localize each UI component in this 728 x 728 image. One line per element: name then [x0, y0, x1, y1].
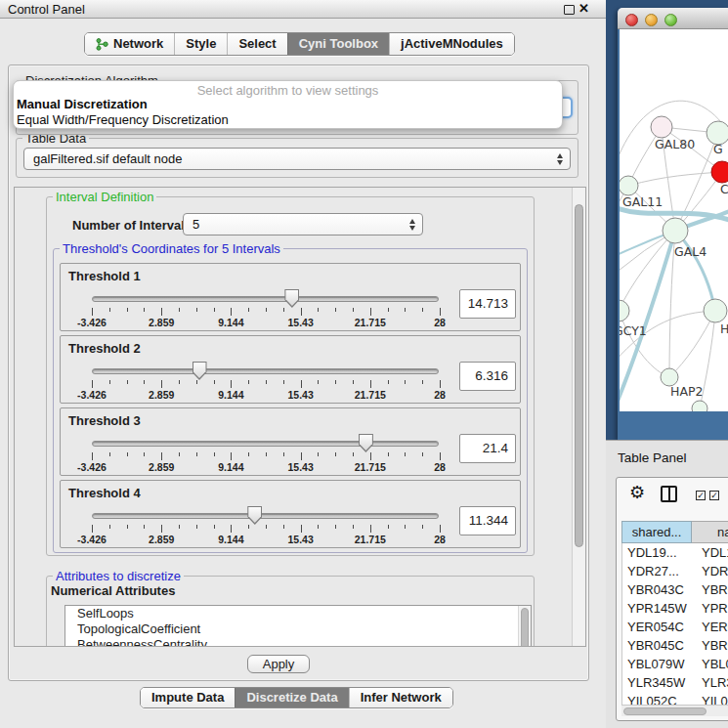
tick-mark: [422, 525, 423, 529]
attribute-list-item[interactable]: BetweennessCentrality: [65, 637, 531, 647]
gear-icon[interactable]: ⚙: [629, 484, 645, 501]
node-right-mid[interactable]: [704, 299, 727, 322]
slider-track[interactable]: [92, 513, 439, 519]
table-row[interactable]: YDL19...YDL1: [622, 543, 728, 562]
node-gal80[interactable]: [651, 116, 672, 138]
table-hscrollbar[interactable]: [621, 705, 728, 716]
node-gal4[interactable]: [663, 218, 688, 243]
table-row[interactable]: YBR045CYBR0: [622, 636, 728, 655]
table-row[interactable]: YER054CYER0: [622, 618, 728, 636]
slider-tick-labels: -3.4262.8599.14415.4321.71528: [92, 389, 440, 401]
thresholds-group: Threshold's Coordinates for 5 Intervals …: [53, 248, 528, 553]
algorithm-option-equal-width[interactable]: Equal Width/Frequency Discretization: [14, 112, 562, 128]
slider-thumb[interactable]: [193, 362, 207, 380]
table-hscrollbar-thumb[interactable]: [623, 707, 707, 715]
close-icon[interactable]: ✕: [578, 1, 589, 16]
table-cell[interactable]: YIL052C: [622, 692, 693, 705]
table-cell[interactable]: YBR0: [693, 580, 728, 599]
table-cell[interactable]: YBL079W: [622, 655, 693, 673]
zoom-traffic-light[interactable]: [664, 14, 677, 26]
algorithm-option-manual[interactable]: Manual Discretization: [14, 97, 562, 112]
num-intervals-combobox[interactable]: 5: [183, 213, 423, 236]
threshold-value-field[interactable]: 11.344: [459, 506, 516, 535]
node-bottom-partial[interactable]: [692, 401, 707, 411]
node-gcy1[interactable]: [620, 300, 629, 321]
table-cell[interactable]: YPR145W: [622, 599, 693, 618]
table-cell[interactable]: YLR3: [693, 673, 728, 692]
tab-discretize-data-label: Discretize Data: [246, 688, 337, 707]
table-row[interactable]: YPR145WYPR1: [622, 599, 728, 618]
tick-label: -3.426: [77, 461, 107, 473]
network-nodes[interactable]: [620, 116, 728, 411]
column-header-name[interactable]: na: [692, 521, 728, 543]
table-cell[interactable]: YBR0: [693, 636, 728, 655]
table-cell[interactable]: YDR27...: [622, 562, 693, 580]
slider-thumb[interactable]: [359, 434, 373, 452]
tick-mark: [318, 525, 319, 529]
table-cell[interactable]: YBR045C: [622, 636, 693, 655]
tick-mark: [214, 380, 215, 384]
tab-infer-network[interactable]: Infer Network: [349, 688, 452, 707]
tab-discretize-data[interactable]: Discretize Data: [235, 688, 348, 707]
combo-stepper-icon: [409, 219, 415, 231]
table-cell[interactable]: YIL0: [693, 692, 728, 705]
node-highlighted-red[interactable]: [711, 161, 728, 183]
network-window[interactable]: GAL80 G C GAL11 GAL4 GCY1 H HAP2: [618, 8, 728, 440]
tab-impute-data[interactable]: Impute Data: [141, 688, 235, 707]
threshold-value-field[interactable]: 21.4: [459, 434, 516, 463]
table-cell[interactable]: YDL19...: [622, 543, 693, 562]
slider-thumb[interactable]: [284, 289, 299, 308]
table-cell[interactable]: YBR043C: [622, 580, 693, 599]
slider-track[interactable]: [92, 296, 439, 302]
tab-jactivemnodules[interactable]: jActiveMNodules: [389, 33, 514, 55]
slider-track[interactable]: [92, 368, 439, 374]
panel-scrollbar[interactable]: [572, 188, 585, 646]
attribute-list-item[interactable]: SelfLoops: [65, 606, 531, 621]
list-scrollbar[interactable]: [518, 606, 531, 647]
attribute-list-item[interactable]: TopologicalCoefficient: [65, 621, 531, 637]
slider-thumb[interactable]: [247, 506, 262, 525]
slider-track[interactable]: [92, 441, 439, 447]
tab-select[interactable]: Select: [227, 33, 286, 55]
table-cell[interactable]: YLR345W: [622, 673, 693, 692]
tab-network[interactable]: Network: [85, 33, 174, 55]
tab-style[interactable]: Style: [174, 33, 227, 55]
table-cell[interactable]: YER054C: [622, 618, 693, 636]
split-columns-icon[interactable]: [661, 486, 677, 502]
close-traffic-light[interactable]: [625, 14, 638, 26]
table-row[interactable]: YLR345WYLR3: [622, 673, 728, 692]
threshold-value-field[interactable]: 6.316: [459, 362, 516, 391]
checkbox-icon[interactable]: ✓: [709, 491, 719, 500]
tick-mark: [440, 525, 441, 533]
list-scrollbar-thumb[interactable]: [521, 608, 529, 647]
table-row[interactable]: YBR043CYBR0: [622, 580, 728, 599]
network-tree-icon: [96, 38, 108, 51]
slider-tick-labels: -3.4262.8599.14415.4321.71528: [92, 534, 440, 545]
apply-button[interactable]: Apply: [247, 655, 310, 673]
tick-mark: [283, 525, 284, 529]
table-cell[interactable]: YDR2: [693, 562, 728, 580]
network-canvas[interactable]: GAL80 G C GAL11 GAL4 GCY1 H HAP2: [620, 29, 728, 411]
table-row[interactable]: YDR27...YDR2: [622, 562, 728, 580]
table-data-combobox[interactable]: galFiltered.sif default node: [23, 148, 571, 170]
panel-scrollbar-thumb[interactable]: [575, 204, 583, 547]
table-row[interactable]: YIL052CYIL0: [622, 692, 728, 705]
tick-mark: [196, 308, 197, 312]
tick-mark: [161, 525, 162, 533]
minimize-traffic-light[interactable]: [645, 14, 658, 26]
table-cell[interactable]: YPR1: [693, 599, 728, 618]
table-cell[interactable]: YER0: [693, 618, 728, 636]
tick-mark: [266, 308, 267, 312]
checkbox-icon[interactable]: ✓: [696, 491, 706, 500]
tab-cyni-toolbox[interactable]: Cyni Toolbox: [287, 33, 389, 55]
node-gal11[interactable]: [620, 176, 638, 195]
column-header-shared-name[interactable]: shared...: [621, 521, 692, 543]
tick-mark: [161, 452, 162, 460]
table-cell[interactable]: YDL1: [693, 543, 728, 562]
threshold-value-field[interactable]: 14.713: [459, 289, 516, 319]
application-root: Control Panel ✕ Network Style Select Cyn…: [0, 0, 728, 728]
table-cell[interactable]: YBL0: [693, 655, 728, 673]
float-window-icon[interactable]: [564, 5, 575, 15]
table-row[interactable]: YBL079WYBL0: [622, 655, 728, 673]
tick-label: 15.43: [287, 389, 313, 401]
